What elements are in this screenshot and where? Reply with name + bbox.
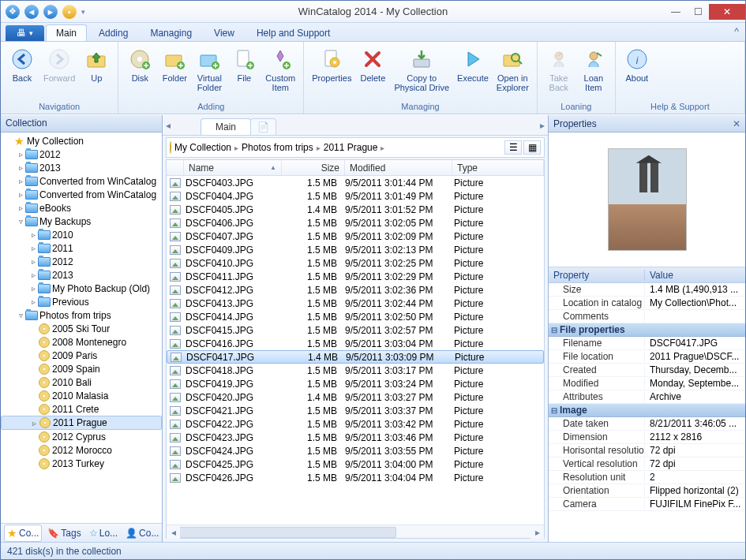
file-row[interactable]: DSCF0404.JPG1.5 MB9/5/2011 3:01:49 PMPic…	[167, 189, 544, 203]
close-panel-icon[interactable]: ✕	[733, 118, 740, 129]
file-list[interactable]: DSCF0403.JPG1.5 MB9/5/2011 3:01:44 PMPic…	[167, 176, 544, 525]
tree-node[interactable]: ▹2011 Prague	[1, 416, 162, 430]
tree-node[interactable]: 2010 Malasia	[1, 389, 162, 402]
tree-node[interactable]: 2009 Spain	[1, 362, 162, 375]
file-row[interactable]: DSCF0421.JPG1.5 MB9/5/2011 3:03:37 PMPic…	[167, 404, 544, 417]
forward-button[interactable]: Forward	[40, 45, 78, 84]
view-list-button[interactable]: ☰	[504, 140, 522, 155]
collapse-icon[interactable]: ⊟	[549, 406, 560, 415]
tab-view[interactable]: View	[204, 24, 245, 41]
chevron-right-icon[interactable]: ▸	[380, 144, 384, 152]
tree-node[interactable]: ★My Collection	[1, 134, 162, 147]
tab-main[interactable]: Main	[46, 24, 87, 41]
file-row[interactable]: DSCF0416.JPG1.5 MB9/5/2011 3:03:04 PMPic…	[167, 337, 544, 350]
property-row[interactable]: Date taken8/21/2011 3:46:05 ...	[549, 417, 745, 431]
breadcrumb-item[interactable]: Photos from trips	[242, 142, 313, 153]
tree-expander-icon[interactable]: ▹	[17, 150, 25, 159]
tree-node[interactable]: 2005 Ski Tour	[1, 322, 162, 335]
tree-node[interactable]: 2009 Paris	[1, 349, 162, 362]
tree-node[interactable]: ▹2011	[1, 241, 162, 255]
app-icon[interactable]: ❖	[6, 5, 20, 19]
tree-node[interactable]: ▹Converted from WinCatalog	[1, 188, 162, 201]
file-tab-main[interactable]: Main	[201, 118, 251, 135]
property-row[interactable]: Vertical resolution72 dpi	[549, 457, 745, 471]
tree-expander-icon[interactable]: ▹	[29, 271, 38, 279]
tab-managing[interactable]: Managing	[140, 24, 202, 41]
add-custom-item-button[interactable]: Custom Item	[262, 45, 298, 94]
nav-forward-icon[interactable]: ►	[43, 5, 58, 19]
tree-node[interactable]: 2011 Crete	[1, 402, 162, 416]
tree-expander-icon[interactable]: ▿	[17, 217, 25, 226]
chevron-right-icon[interactable]: ▸	[234, 144, 238, 152]
close-button[interactable]: ✕	[709, 4, 745, 20]
tab-adding[interactable]: Adding	[88, 24, 138, 41]
scroll-left-icon[interactable]: ◂	[167, 525, 180, 539]
tree-node[interactable]: ▹2012	[1, 255, 162, 268]
property-row[interactable]: File location2011 Prague\DSCF...	[549, 350, 745, 364]
tree-node[interactable]: ▹My Photo Backup (Old)	[1, 282, 162, 295]
column-type[interactable]: Type	[452, 160, 544, 175]
add-folder-button[interactable]: Folder	[158, 45, 191, 84]
property-row[interactable]: CameraFUJIFILM FinePix F...	[549, 498, 745, 511]
tree-node[interactable]: 2008 Montenegro	[1, 335, 162, 349]
tree-expander-icon[interactable]: ▹	[29, 230, 38, 239]
file-row[interactable]: DSCF0425.JPG1.5 MB9/5/2011 3:04:00 PMPic…	[167, 457, 544, 471]
file-row[interactable]: DSCF0414.JPG1.5 MB9/5/2011 3:02:50 PMPic…	[167, 310, 544, 323]
horizontal-scrollbar[interactable]: ◂ ▸	[167, 525, 544, 538]
about-button[interactable]: iAbout	[620, 45, 654, 84]
file-row[interactable]: DSCF0426.JPG1.5 MB9/5/2011 3:04:04 PMPic…	[167, 471, 544, 484]
property-row[interactable]: AttributesArchive	[549, 390, 745, 404]
file-row[interactable]: DSCF0415.JPG1.5 MB9/5/2011 3:02:57 PMPic…	[167, 323, 544, 337]
file-row[interactable]: DSCF0424.JPG1.5 MB9/5/2011 3:03:55 PMPic…	[167, 444, 544, 457]
tab-contacts[interactable]: 👤Co...	[123, 526, 161, 540]
file-row[interactable]: DSCF0418.JPG1.5 MB9/5/2011 3:03:17 PMPic…	[167, 364, 544, 377]
file-row[interactable]: DSCF0411.JPG1.5 MB9/5/2011 3:02:29 PMPic…	[167, 270, 544, 283]
tree-node[interactable]: ▹2012	[1, 147, 162, 161]
scroll-right-icon[interactable]: ▸	[530, 525, 544, 539]
file-row[interactable]: DSCF0423.JPG1.5 MB9/5/2011 3:03:46 PMPic…	[167, 431, 544, 444]
tree-expander-icon[interactable]: ▹	[30, 419, 39, 427]
open-explorer-button[interactable]: Open in Explorer	[493, 45, 532, 94]
tree-expander-icon[interactable]: ▹	[17, 177, 25, 185]
file-row[interactable]: DSCF0422.JPG1.5 MB9/5/2011 3:03:42 PMPic…	[167, 417, 544, 431]
property-row[interactable]: Size1.4 MB (1,490,913 ...	[549, 283, 745, 297]
property-row[interactable]: OrientationFlipped horizontal (2)	[549, 484, 745, 498]
column-size[interactable]: Size	[282, 160, 345, 175]
file-row[interactable]: DSCF0412.JPG1.5 MB9/5/2011 3:02:36 PMPic…	[167, 283, 544, 297]
tab-collection[interactable]: ★Co...	[4, 525, 42, 542]
file-row[interactable]: DSCF0403.JPG1.5 MB9/5/2011 3:01:44 PMPic…	[167, 176, 544, 189]
tree-expander-icon[interactable]: ▹	[29, 257, 38, 266]
tab-help[interactable]: Help and Support	[246, 24, 340, 41]
property-row[interactable]: Horisontal resolution72 dpi	[549, 444, 745, 457]
property-row[interactable]: ModifiedMonday, Septembe...	[549, 377, 745, 390]
tree-expander-icon[interactable]: ▹	[17, 163, 25, 172]
tab-tags[interactable]: 🔖Tags	[45, 526, 83, 540]
tree-expander-icon[interactable]: ▹	[17, 203, 25, 212]
breadcrumb-item[interactable]: 2011 Prague	[324, 142, 378, 153]
back-button[interactable]: Back	[6, 45, 39, 84]
property-category[interactable]: ⊟File properties	[549, 323, 745, 337]
tree-node[interactable]: ▹Converted from WinCatalog	[1, 174, 162, 188]
execute-button[interactable]: Execute	[454, 45, 492, 84]
file-row[interactable]: DSCF0417.JPG1.4 MB9/5/2011 3:03:09 PMPic…	[167, 350, 544, 364]
add-disk-button[interactable]: Disk	[123, 45, 156, 84]
tab-locations[interactable]: ☆Lo...	[87, 526, 120, 540]
tree-node[interactable]: 2010 Bali	[1, 375, 162, 389]
file-tab-secondary[interactable]: 📄	[250, 118, 276, 135]
add-file-button[interactable]: File	[227, 45, 261, 84]
tree-node[interactable]: 2012 Morocco	[1, 443, 162, 457]
file-row[interactable]: DSCF0405.JPG1.4 MB9/5/2011 3:01:52 PMPic…	[167, 203, 544, 216]
file-row[interactable]: DSCF0419.JPG1.5 MB9/5/2011 3:03:24 PMPic…	[167, 377, 544, 390]
view-thumbnails-button[interactable]: ▦	[523, 140, 541, 155]
qat-dropdown-icon[interactable]: ▾	[81, 8, 85, 16]
collection-tree[interactable]: ★My Collection▹2012▹2013▹Converted from …	[1, 133, 162, 523]
collapse-ribbon-icon[interactable]: ^	[734, 26, 739, 37]
tree-node[interactable]: 2012 Cyprus	[1, 430, 162, 443]
file-row[interactable]: DSCF0409.JPG1.5 MB9/5/2011 3:02:13 PMPic…	[167, 243, 544, 256]
take-back-button[interactable]: Take Back	[542, 45, 575, 94]
breadcrumb-item[interactable]: My Collection	[174, 142, 231, 153]
file-tab[interactable]: 🖶▾	[6, 25, 44, 41]
property-row[interactable]: Resolution unit2	[549, 471, 745, 484]
nav-back-icon[interactable]: ◄	[24, 5, 39, 19]
file-row[interactable]: DSCF0413.JPG1.5 MB9/5/2011 3:02:44 PMPic…	[167, 297, 544, 310]
